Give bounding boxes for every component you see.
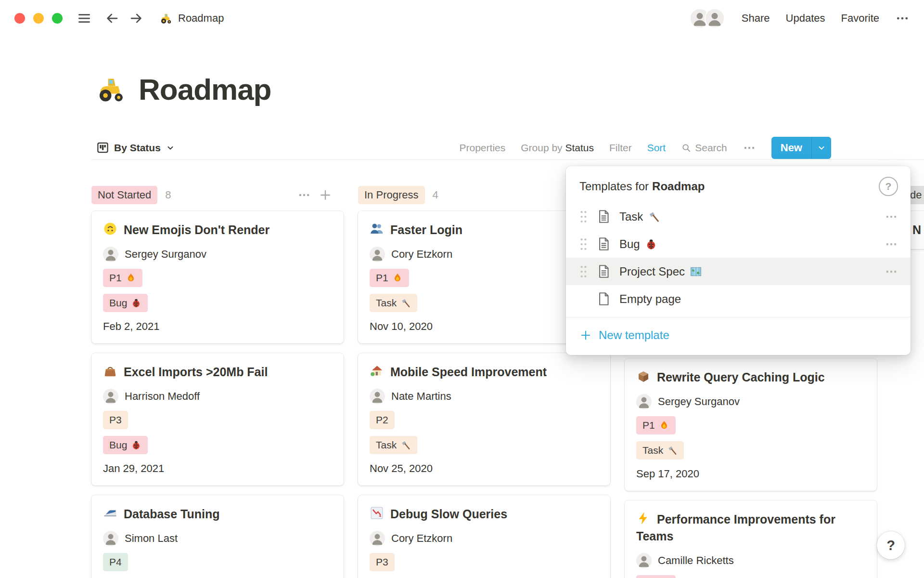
fire-icon bbox=[659, 420, 669, 431]
template-item-task[interactable]: Task bbox=[566, 203, 911, 230]
tag-label: P1 bbox=[642, 420, 655, 431]
drag-handle-icon[interactable] bbox=[579, 237, 588, 251]
popup-header: Templates for Roadmap ? bbox=[566, 166, 911, 203]
board-card[interactable]: New Emojis Don't RenderSergey SurganovP1… bbox=[91, 211, 344, 343]
tag-pill: P1 bbox=[103, 269, 142, 287]
tag-label: P2 bbox=[376, 414, 388, 426]
template-list: TaskBugProject SpecEmpty page bbox=[566, 203, 911, 313]
tag-label: P4 bbox=[109, 556, 122, 568]
board-card[interactable]: Debug Slow QueriesCory EtzkornP3 bbox=[358, 495, 610, 578]
template-more-icon[interactable] bbox=[885, 237, 898, 251]
tag-pill: Task bbox=[370, 436, 417, 454]
card-date: Nov 25, 2020 bbox=[370, 462, 599, 475]
person-avatar bbox=[370, 389, 385, 404]
hammer-icon bbox=[667, 445, 678, 456]
ladybug-icon bbox=[131, 440, 141, 450]
column-header: Not Started8 bbox=[91, 185, 344, 205]
person-avatar bbox=[370, 531, 385, 546]
tag-label: Bug bbox=[109, 297, 127, 309]
board-card[interactable]: Rewrite Query Caching LogicSergey Surgan… bbox=[625, 358, 877, 491]
hammer-icon bbox=[648, 210, 660, 223]
world-map-icon bbox=[690, 265, 702, 278]
board-card[interactable]: Database TuningSimon LastP4 bbox=[91, 495, 344, 578]
template-item-project-spec[interactable]: Project Spec bbox=[566, 258, 911, 285]
template-item-bug[interactable]: Bug bbox=[566, 230, 911, 258]
card-title: New Emojis Don't Render bbox=[103, 222, 332, 238]
column-add-icon[interactable] bbox=[319, 188, 332, 202]
board-card[interactable]: Mobile Speed ImprovementNate MartinsP2Ta… bbox=[358, 353, 610, 486]
template-more-icon[interactable] bbox=[885, 210, 898, 223]
fire-icon bbox=[126, 273, 136, 283]
person-avatar bbox=[103, 531, 118, 546]
drag-handle-icon[interactable] bbox=[579, 265, 588, 278]
column-more-icon[interactable] bbox=[297, 188, 311, 202]
card-title: N bbox=[912, 222, 924, 238]
person-name: Harrison Medoff bbox=[125, 390, 200, 403]
tag-pill: Bug bbox=[103, 294, 148, 312]
column-status-pill[interactable]: Not Started bbox=[91, 186, 157, 204]
tag-label: Task bbox=[642, 445, 663, 456]
card-title-text: Excel Imports >20Mb Fail bbox=[124, 365, 268, 379]
card-title: Rewrite Query Caching Logic bbox=[636, 369, 865, 386]
ladybug-icon bbox=[131, 298, 141, 308]
doc-empty-icon bbox=[596, 291, 611, 306]
tag-label: Bug bbox=[109, 439, 127, 451]
board-column: Not Started8New Emojis Don't RenderSerge… bbox=[91, 185, 344, 578]
person-name: Simon Last bbox=[125, 532, 178, 545]
person-name: Cory Etzkorn bbox=[391, 248, 452, 261]
card-date: Feb 2, 2021 bbox=[103, 320, 332, 333]
hammer-icon bbox=[400, 298, 411, 308]
card-title-text: Mobile Speed Improvement bbox=[390, 365, 547, 379]
template-label: Empty page bbox=[619, 292, 681, 306]
card-assignee: Camille Ricketts bbox=[636, 553, 865, 568]
person-name: Cory Etzkorn bbox=[391, 532, 452, 545]
person-name: Sergey Surganov bbox=[658, 395, 740, 408]
card-tag-row: P3 bbox=[103, 411, 332, 429]
templates-popup: Templates for Roadmap ? TaskBugProject S… bbox=[566, 166, 911, 355]
tag-pill: P1 bbox=[636, 575, 676, 578]
person-avatar bbox=[103, 389, 118, 404]
template-label: Task bbox=[619, 210, 643, 223]
handbag-icon bbox=[103, 364, 117, 378]
new-template-label: New template bbox=[599, 328, 669, 342]
tag-pill: P3 bbox=[370, 553, 395, 571]
tag-label: Task bbox=[376, 297, 397, 309]
chart-decreasing-icon bbox=[370, 506, 384, 520]
popup-title-prefix: Templates for bbox=[579, 180, 649, 193]
card-assignee: Cory Etzkorn bbox=[370, 531, 599, 546]
doc-lines-icon bbox=[596, 236, 611, 251]
card-assignee: Simon Last bbox=[103, 531, 332, 546]
card-title: Faster Login bbox=[370, 222, 599, 238]
template-item-empty-page[interactable]: Empty page bbox=[566, 285, 911, 313]
person-avatar bbox=[636, 394, 652, 409]
card-date: Sep 17, 2020 bbox=[636, 468, 865, 480]
card-assignee: Sergey Surganov bbox=[103, 247, 332, 262]
column-status-pill[interactable]: In Progress bbox=[358, 186, 425, 204]
card-tag-row: P4 bbox=[103, 553, 332, 571]
high-speed-train-icon bbox=[103, 506, 117, 520]
doc-lines-icon bbox=[596, 209, 611, 224]
drag-handle-icon[interactable] bbox=[579, 210, 588, 223]
card-tag-row: P1 bbox=[103, 269, 332, 287]
person-name: Camille Ricketts bbox=[658, 554, 734, 567]
card-title: Debug Slow Queries bbox=[370, 506, 599, 523]
board-card[interactable]: Excel Imports >20Mb FailHarrison MedoffP… bbox=[91, 353, 344, 486]
template-label: Project Spec bbox=[619, 265, 685, 278]
fire-icon bbox=[392, 273, 403, 283]
card-tag-row: P1 bbox=[370, 269, 599, 287]
column-count: 4 bbox=[433, 189, 438, 201]
busts-in-silhouette-icon bbox=[370, 222, 384, 236]
card-title-text: Performance Improvements for Teams bbox=[636, 512, 835, 543]
template-more-icon[interactable] bbox=[885, 265, 898, 278]
popup-title-name: Roadmap bbox=[652, 180, 705, 193]
tag-label: Task bbox=[376, 439, 397, 451]
card-tag-row: P1 bbox=[636, 416, 865, 434]
upside-down-face-icon bbox=[103, 222, 117, 236]
new-template-button[interactable]: New template bbox=[566, 317, 911, 353]
card-date: Jan 29, 2021 bbox=[103, 462, 332, 475]
help-button[interactable]: ? bbox=[877, 531, 905, 559]
help-circle-icon[interactable]: ? bbox=[879, 177, 898, 196]
board-card[interactable]: Performance Improvements for TeamsCamill… bbox=[625, 500, 877, 578]
card-title: Database Tuning bbox=[103, 506, 332, 523]
card-title-text: New Emojis Don't Render bbox=[124, 223, 270, 236]
